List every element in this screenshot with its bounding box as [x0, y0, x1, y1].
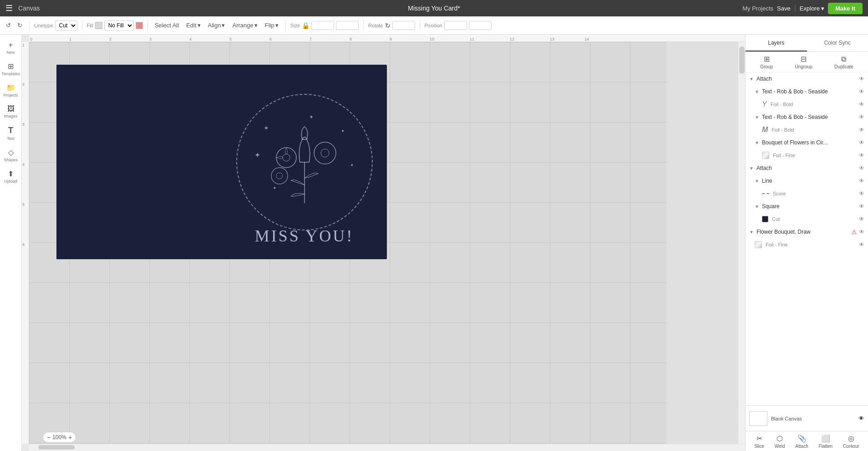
sidebar-item-templates[interactable]: ⊞ Templates: [1, 59, 21, 79]
arrow-icon: ▼: [755, 179, 759, 184]
zoom-in-button[interactable]: +: [68, 434, 72, 441]
layer-score[interactable]: Score 👁: [746, 187, 868, 200]
undo-button[interactable]: ↺: [4, 20, 13, 30]
scrollbar-horizontal[interactable]: [29, 444, 745, 451]
arrow-icon: ▼: [755, 115, 759, 120]
eye-icon[interactable]: 👁: [859, 76, 864, 82]
edit-button[interactable]: Edit ▾: [184, 20, 203, 30]
flatten-tool[interactable]: ⬜ Flatten: [815, 432, 837, 451]
attach-label: Attach: [795, 444, 808, 449]
sidebar-item-shapes[interactable]: ◇ Shapes: [1, 145, 21, 165]
stroke-swatch[interactable]: [136, 22, 143, 29]
rotate-input[interactable]: [392, 21, 415, 30]
card-left: [56, 65, 222, 259]
contour-tool[interactable]: ◎ Contour: [839, 432, 863, 451]
svg-point-8: [283, 154, 290, 161]
menu-icon[interactable]: ☰: [5, 3, 13, 13]
sidebar-item-text[interactable]: T Text: [1, 123, 21, 144]
layer-foil-fine-1[interactable]: Foil - Fine 👁: [746, 149, 868, 162]
layer-foil-fine-2[interactable]: Foil - Fine 👁: [746, 238, 868, 251]
canvas-scroll[interactable]: ✦ ✦ ✦ ✦ ✦ ✦: [29, 42, 745, 444]
sidebar-label-upload: Upload: [4, 179, 17, 184]
layer-text-rob-bob-2[interactable]: ▼ Text - Rob & Bob - Seaside 👁: [746, 111, 868, 123]
layer-name: Attach: [756, 76, 857, 82]
card[interactable]: ✦ ✦ ✦ ✦ ✦ ✦: [56, 65, 387, 259]
contour-icon: ◎: [848, 434, 854, 443]
align-button[interactable]: Align ▾: [206, 20, 228, 30]
upload-icon: ⬆: [8, 169, 14, 178]
pos-x-input[interactable]: [444, 21, 467, 30]
eye-icon[interactable]: 👁: [859, 241, 864, 248]
make-it-button[interactable]: Make It: [828, 3, 863, 14]
linetype-select[interactable]: Cut: [55, 20, 77, 31]
save-button[interactable]: Save: [777, 5, 791, 12]
group-button[interactable]: ⊞ Group: [760, 55, 773, 69]
layer-line-group[interactable]: ▼ Line 👁: [746, 174, 868, 187]
eye-icon[interactable]: 👁: [859, 190, 864, 197]
explore-button[interactable]: Explore ▾: [800, 5, 824, 12]
fill-select[interactable]: No Fill: [104, 20, 134, 31]
eye-icon[interactable]: 👁: [859, 127, 864, 133]
eye-icon[interactable]: 👁: [859, 88, 864, 95]
layer-foil-bold-2[interactable]: M Foil - Bold 👁: [746, 123, 868, 136]
scrollbar-vertical[interactable]: [738, 42, 745, 444]
layer-bouquet-flowers[interactable]: ▼ Bouquet of Flowers in Cir... 👁: [746, 136, 868, 149]
svg-text:✦: ✦: [254, 151, 260, 159]
flatten-icon: ⬜: [821, 434, 830, 443]
attach-icon: 📎: [797, 434, 807, 443]
left-sidebar: + New ⊞ Templates 📁 Projects 🖼 Images T …: [0, 35, 22, 451]
redo-button[interactable]: ↻: [15, 20, 25, 30]
layer-attach-2[interactable]: ▼ Attach 👁: [746, 162, 868, 174]
sidebar-item-images[interactable]: 🖼 Images: [1, 102, 21, 121]
score-line-icon: [762, 193, 769, 194]
main-area: + New ⊞ Templates 📁 Projects 🖼 Images T …: [0, 35, 868, 451]
new-icon: +: [9, 41, 13, 49]
eye-icon[interactable]: 👁: [859, 114, 864, 120]
my-projects-link[interactable]: My Projects: [742, 5, 773, 12]
layer-flower-bouquet-draw[interactable]: ▼ Flower Bouquet, Draw ⚠ 👁: [746, 226, 868, 238]
width-input[interactable]: [311, 21, 334, 30]
select-all-button[interactable]: Select All: [152, 20, 181, 30]
duplicate-button[interactable]: ⧉ Duplicate: [834, 55, 853, 69]
weld-icon: ⬡: [777, 434, 783, 443]
slice-label: Slice: [754, 444, 764, 449]
flip-button[interactable]: Flip ▾: [263, 20, 281, 30]
eye-icon[interactable]: 👁: [859, 152, 864, 159]
eye-icon[interactable]: 👁: [859, 165, 864, 171]
eye-icon[interactable]: 👁: [859, 216, 864, 222]
layer-text-rob-bob-1[interactable]: ▼ Text - Rob & Bob - Seaside 👁: [746, 85, 868, 98]
slice-tool[interactable]: ✂ Slice: [751, 432, 768, 451]
layer-square-group[interactable]: ▼ Square 👁: [746, 200, 868, 213]
ruler-left: 1 2 3 4 5 6: [22, 42, 29, 444]
pos-y-input[interactable]: [469, 21, 492, 30]
tab-layers[interactable]: Layers: [746, 35, 807, 51]
eye-icon-bottom[interactable]: 👁: [858, 415, 864, 422]
arrange-button[interactable]: Arrange ▾: [230, 20, 259, 30]
layer-attach-1[interactable]: ▼ Attach 👁: [746, 72, 868, 85]
ungroup-button[interactable]: ⊟ Ungroup: [795, 55, 812, 69]
eye-icon[interactable]: 👁: [859, 178, 864, 184]
height-input[interactable]: [336, 21, 359, 30]
svg-text:✦: ✦: [350, 163, 354, 168]
layer-cut[interactable]: Cut 👁: [746, 213, 868, 226]
attach-tool[interactable]: 📎 Attach: [792, 432, 812, 451]
zoom-out-button[interactable]: −: [47, 434, 51, 441]
eye-icon[interactable]: 👁: [859, 101, 864, 108]
svg-point-7: [276, 148, 296, 168]
rotate-label: Rotate: [368, 23, 383, 28]
layer-name: Foil - Fine: [766, 242, 857, 247]
eye-icon[interactable]: 👁: [859, 203, 864, 210]
weld-tool[interactable]: ⬡ Weld: [771, 432, 789, 451]
eye-icon[interactable]: 👁: [859, 229, 864, 235]
sidebar-item-upload[interactable]: ⬆ Upload: [1, 167, 21, 186]
sidebar-item-new[interactable]: + New: [1, 38, 21, 57]
canvas-area[interactable]: 0 1 2 3 4 5 6 7 8 9 10 11 12 13 14 1 2 3…: [22, 35, 745, 451]
sidebar-item-projects[interactable]: 📁 Projects: [1, 81, 21, 100]
tab-color-sync[interactable]: Color Sync: [807, 35, 868, 51]
arrow-icon: ▼: [749, 166, 754, 171]
layer-name: Foil - Bold: [771, 102, 857, 107]
eye-icon[interactable]: 👁: [859, 139, 864, 146]
fill-swatch[interactable]: [95, 22, 102, 29]
layer-foil-bold-1[interactable]: Y Foil - Bold 👁: [746, 98, 868, 111]
text-icon: T: [8, 126, 13, 135]
